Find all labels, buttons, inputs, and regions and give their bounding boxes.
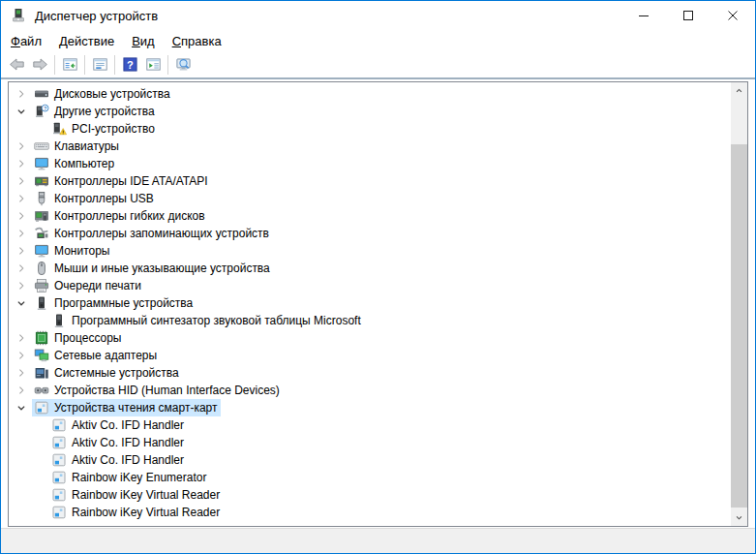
tree-row[interactable]: Мониторы <box>9 242 731 260</box>
tree-row-body[interactable]: Программный синтезатор звуковой таблицы … <box>49 312 365 329</box>
tree-row-body[interactable]: Rainbow iKey Virtual Reader <box>49 504 224 521</box>
show-action-pane-button[interactable] <box>141 53 165 77</box>
tree-row[interactable]: Контроллеры запоминающих устройств <box>9 225 731 242</box>
menu-view[interactable]: Вид <box>123 32 164 50</box>
tree-row-body[interactable]: Rainbow iKey Enumerator <box>49 469 210 486</box>
scrollbar-thumb[interactable] <box>731 144 747 508</box>
tree-row-body[interactable]: Устройства HID (Human Interface Devices) <box>32 382 284 399</box>
tree-row[interactable]: Контроллеры IDE ATA/ATAPI <box>9 172 731 190</box>
help-button[interactable]: ? <box>118 53 141 77</box>
tree-row[interactable]: Компьютер <box>9 155 731 172</box>
chevron-right-icon[interactable] <box>14 226 29 241</box>
tree-row-body[interactable]: Aktiv Co. IFD Handler <box>49 434 188 451</box>
tree-row-body[interactable]: Компьютер <box>32 155 118 172</box>
tree-row[interactable]: Дисковые устройства <box>9 85 731 103</box>
chevron-right-icon[interactable] <box>14 86 29 102</box>
chevron-right-icon[interactable] <box>14 156 29 171</box>
tree-row-body[interactable]: Устройства чтения смарт-карт <box>32 399 221 416</box>
chevron-right-icon[interactable] <box>14 138 29 154</box>
vertical-scrollbar[interactable] <box>731 82 747 526</box>
tree-row-body[interactable]: Мыши и иные указывающие устройства <box>32 260 274 277</box>
window-title: Диспетчер устройств <box>35 9 158 23</box>
tree-row-body[interactable]: Контроллеры IDE ATA/ATAPI <box>32 172 212 190</box>
tree-row-body[interactable]: Программные устройства <box>32 294 197 312</box>
scan-hardware-changes-button[interactable] <box>171 53 195 77</box>
tree-row-body[interactable]: Сетевые адаптеры <box>32 347 161 364</box>
tree-row-body[interactable]: Контроллеры гибких дисков <box>32 207 209 225</box>
tree-row-body[interactable]: ?Другие устройства <box>32 103 159 120</box>
tree-row-body[interactable]: Очереди печати <box>32 277 145 294</box>
chevron-right-icon[interactable] <box>14 208 29 224</box>
tree-row[interactable]: PCI-устройство <box>9 120 731 138</box>
tree-row[interactable]: Контроллеры гибких дисков <box>9 207 731 225</box>
close-button[interactable] <box>711 1 755 30</box>
keyboard-icon <box>34 138 49 154</box>
tree-row[interactable]: Rainbow iKey Virtual Reader <box>9 504 731 521</box>
tree-row[interactable]: Мыши и иные указывающие устройства <box>9 260 731 277</box>
tree-row-body[interactable]: Дисковые устройства <box>32 85 174 103</box>
tree-row[interactable]: Процессоры <box>9 329 731 347</box>
show-console-tree-button[interactable] <box>58 53 81 77</box>
chevron-right-icon[interactable] <box>14 261 29 276</box>
tree-row[interactable]: Rainbow iKey Enumerator <box>9 469 731 486</box>
scroll-up-button[interactable] <box>731 82 747 99</box>
properties-button[interactable] <box>88 53 111 77</box>
tree-row-label: Очереди печати <box>54 279 141 292</box>
software-device-icon <box>34 295 49 311</box>
smart-card-reader-icon <box>51 452 67 468</box>
chevron-right-icon[interactable] <box>14 191 29 206</box>
chevron-spacer <box>31 487 46 503</box>
tree-row-body[interactable]: Процессоры <box>32 329 126 347</box>
tree-row[interactable]: Устройства HID (Human Interface Devices) <box>9 382 731 399</box>
forward-button[interactable] <box>28 53 51 77</box>
chevron-down-icon[interactable] <box>14 295 29 311</box>
menu-action-label: ействие <box>68 34 114 48</box>
tree-row-body[interactable]: Aktiv Co. IFD Handler <box>49 451 188 469</box>
tree-row[interactable]: Очереди печати <box>9 277 731 294</box>
scan-hardware-icon <box>175 56 192 73</box>
title-bar[interactable]: Диспетчер устройств <box>1 1 755 30</box>
menu-help[interactable]: Справка <box>164 32 230 50</box>
tree-row-body[interactable]: Мониторы <box>32 242 113 260</box>
tree-row-body[interactable]: Клавиатуры <box>32 138 123 155</box>
tree-row-body[interactable]: Контроллеры USB <box>32 190 158 207</box>
tree-row[interactable]: Rainbow iKey Virtual Reader <box>9 486 731 504</box>
chevron-right-icon[interactable] <box>14 383 29 398</box>
chevron-right-icon[interactable] <box>14 330 29 346</box>
storage-controller-icon <box>34 226 49 241</box>
chevron-down-icon[interactable] <box>14 104 29 119</box>
tree-row[interactable]: Контроллеры USB <box>9 190 731 207</box>
tree-row-body[interactable]: PCI-устройство <box>49 120 159 138</box>
tree-row[interactable]: Aktiv Co. IFD Handler <box>9 451 731 469</box>
tree-row[interactable]: Сетевые адаптеры <box>9 347 731 364</box>
chevron-right-icon[interactable] <box>14 243 29 259</box>
chevron-right-icon[interactable] <box>14 348 29 363</box>
tree-row-body[interactable]: Rainbow iKey Virtual Reader <box>49 486 224 504</box>
chevron-right-icon[interactable] <box>14 278 29 293</box>
tree-row-label: Контроллеры запоминающих устройств <box>54 227 269 240</box>
tree-row[interactable]: Клавиатуры <box>9 138 731 155</box>
minimize-button[interactable] <box>621 1 666 30</box>
system-device-icon <box>34 365 49 381</box>
tree-row-body[interactable]: Контроллеры запоминающих устройств <box>32 225 273 242</box>
back-button[interactable] <box>5 53 28 77</box>
tree-row[interactable]: Системные устройства <box>9 364 731 382</box>
maximize-button[interactable] <box>666 1 711 30</box>
tree-row[interactable]: Программные устройства <box>9 294 731 312</box>
menu-file[interactable]: Файл <box>2 32 50 50</box>
tree-row[interactable]: Aktiv Co. IFD Handler <box>9 416 731 434</box>
tree-row-label: Компьютер <box>54 157 114 170</box>
tree-row[interactable]: ?Другие устройства <box>9 103 731 120</box>
chevron-right-icon[interactable] <box>14 365 29 381</box>
tree-row-body[interactable]: Aktiv Co. IFD Handler <box>49 416 188 434</box>
chevron-down-icon[interactable] <box>14 400 29 416</box>
tree-row[interactable]: Программный синтезатор звуковой таблицы … <box>9 312 731 329</box>
tree-row-label: Другие устройства <box>54 105 155 118</box>
menu-action[interactable]: Действие <box>50 32 123 50</box>
tree-row[interactable]: Устройства чтения смарт-карт <box>9 399 731 416</box>
tree-row-body[interactable]: Системные устройства <box>32 364 183 382</box>
scroll-down-button[interactable] <box>731 509 747 526</box>
chevron-right-icon[interactable] <box>14 173 29 189</box>
chevron-spacer <box>31 470 46 485</box>
tree-row[interactable]: Aktiv Co. IFD Handler <box>9 434 731 451</box>
